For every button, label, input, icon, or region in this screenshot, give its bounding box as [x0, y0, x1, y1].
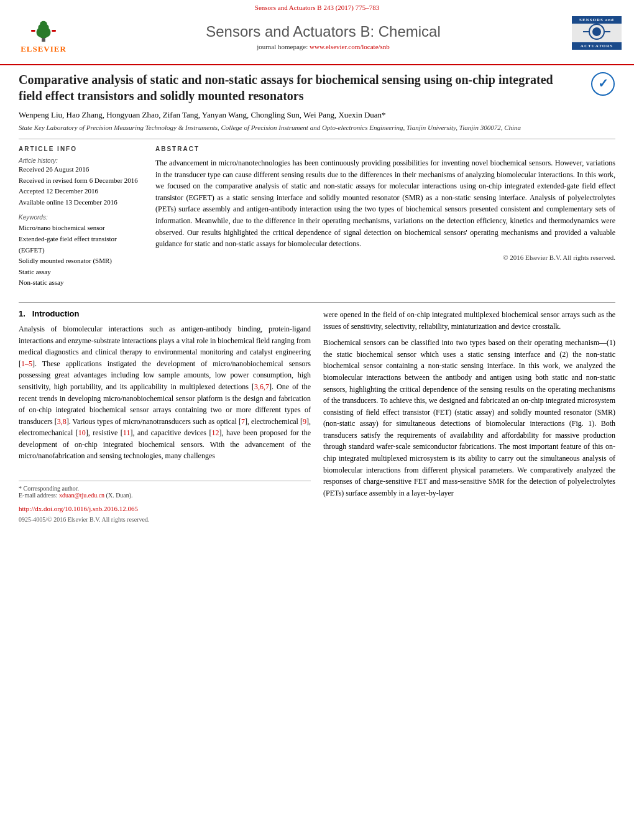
journal-title: Sensors and Actuators B: Chemical — [75, 23, 572, 40]
svg-point-3 — [40, 21, 47, 27]
ref-7[interactable]: 7 — [241, 417, 245, 426]
email-suffix: (X. Duan). — [106, 492, 133, 499]
footer-issn: 0925-4005/© 2016 Elsevier B.V. All right… — [19, 516, 311, 523]
section1-title: 1. Introduction — [19, 309, 311, 318]
article-affiliation: State Key Laboratory of Precision Measur… — [19, 124, 615, 131]
ref-3-6-7[interactable]: 3,6,7 — [254, 382, 269, 391]
keyword-4: Static assay — [19, 267, 143, 278]
abstract-text: The advancement in micro/nanotechnologie… — [155, 157, 615, 250]
elsevier-label: ELSEVIER — [21, 44, 67, 54]
abstract-label: ABSTRACT — [155, 145, 615, 152]
section1-number: 1. — [19, 309, 25, 318]
article-title: Comparative analysis of static and non-s… — [19, 72, 590, 104]
keyword-5: Non-static assay — [19, 277, 143, 288]
header-main: ELSEVIER Sensors and Actuators B: Chemic… — [0, 12, 634, 60]
abstract-copyright: © 2016 Elsevier B.V. All rights reserved… — [155, 254, 615, 261]
journal-homepage: journal homepage: www.elsevier.com/locat… — [75, 43, 572, 50]
body-col-left: 1. Introduction Analysis of biomolecular… — [19, 309, 311, 523]
keywords-label: Keywords: — [19, 214, 143, 221]
ref-3-8[interactable]: 3,8 — [57, 417, 67, 426]
article-history-label: Article history: — [19, 157, 143, 164]
email-link[interactable]: xduan@tju.edu.cn — [59, 492, 104, 499]
email-label: E-mail address: — [19, 492, 57, 499]
elsevier-tree-icon — [28, 19, 59, 43]
ref-11[interactable]: 11 — [123, 428, 131, 437]
corresponding-label: * Corresponding author. — [19, 485, 79, 492]
homepage-label: journal homepage: — [257, 43, 308, 50]
elsevier-logo: ELSEVIER — [12, 18, 75, 55]
keyword-2: Extended-gate field effect transistor (E… — [19, 234, 143, 256]
ref-1-5[interactable]: 1–5 — [21, 359, 32, 368]
body-paragraph-3: Biochemical sensors can be classified in… — [323, 337, 615, 499]
keywords-group: Keywords: Micro/nano biochemical sensor … — [19, 214, 143, 288]
sensors-logo-bottom-text: ACTUATORS — [572, 42, 622, 50]
header-citation-top: Sensors and Actuators B 243 (2017) 775–7… — [0, 0, 634, 12]
article-title-row: Comparative analysis of static and non-s… — [19, 72, 615, 104]
body-paragraph-2: were opened in the field of on-chip inte… — [323, 309, 615, 332]
sensors-actuators-logo: SENSORS and ACTUATORS — [572, 16, 622, 57]
sensors-logo-mid — [572, 24, 622, 42]
body-paragraph-1: Analysis of biomolecular interactions su… — [19, 323, 311, 462]
divider-2 — [19, 302, 615, 303]
received-date: Received 26 August 2016 — [19, 164, 143, 175]
page: Sensors and Actuators B 243 (2017) 775–7… — [0, 0, 634, 840]
keyword-1: Micro/nano biochemical sensor — [19, 223, 143, 234]
svg-point-7 — [592, 27, 601, 36]
article-info-label: ARTICLE INFO — [19, 145, 143, 152]
accepted-date: Accepted 12 December 2016 — [19, 186, 143, 197]
doi-area: http://dx.doi.org/10.1016/j.snb.2016.12.… — [19, 504, 311, 514]
homepage-link[interactable]: www.elsevier.com/locate/snb — [310, 43, 390, 50]
article-history-group: Article history: Received 26 August 2016… — [19, 157, 143, 208]
article-section: Comparative analysis of static and non-s… — [0, 65, 634, 303]
citation-text: Sensors and Actuators B 243 (2017) 775–7… — [255, 4, 379, 11]
doi-link[interactable]: http://dx.doi.org/10.1016/j.snb.2016.12.… — [19, 505, 138, 512]
section1-title-text: Introduction — [32, 309, 80, 318]
crossmark-logo: ✓ — [590, 72, 615, 99]
available-online-date: Available online 13 December 2016 — [19, 197, 143, 208]
body-columns: 1. Introduction Analysis of biomolecular… — [0, 309, 634, 523]
article-authors: Wenpeng Liu, Hao Zhang, Hongyuan Zhao, Z… — [19, 110, 615, 120]
received-revised-date: Received in revised form 6 December 2016 — [19, 175, 143, 187]
svg-rect-4 — [31, 30, 35, 32]
svg-rect-5 — [52, 30, 56, 32]
journal-header: Sensors and Actuators B 243 (2017) 775–7… — [0, 0, 634, 65]
ref-12[interactable]: 12 — [211, 428, 219, 437]
email-note: E-mail address: xduan@tju.edu.cn (X. Dua… — [19, 492, 311, 499]
keyword-3: Solidly mounted resonator (SMR) — [19, 256, 143, 267]
ref-9[interactable]: 9 — [303, 417, 306, 426]
corresponding-author-note: * Corresponding author. — [19, 485, 311, 492]
svg-text:✓: ✓ — [598, 76, 609, 90]
footnote-area: * Corresponding author. E-mail address: … — [19, 481, 311, 523]
article-info-abstract: ARTICLE INFO Article history: Received 2… — [19, 145, 615, 295]
article-info-col: ARTICLE INFO Article history: Received 2… — [19, 145, 143, 295]
sensors-logo-graphic — [580, 23, 614, 40]
abstract-col: ABSTRACT The advancement in micro/nanote… — [155, 145, 615, 295]
journal-title-block: Sensors and Actuators B: Chemical journa… — [75, 23, 572, 50]
ref-10[interactable]: 10 — [78, 428, 86, 437]
divider-1 — [19, 139, 615, 139]
body-col-right: were opened in the field of on-chip inte… — [323, 309, 615, 523]
